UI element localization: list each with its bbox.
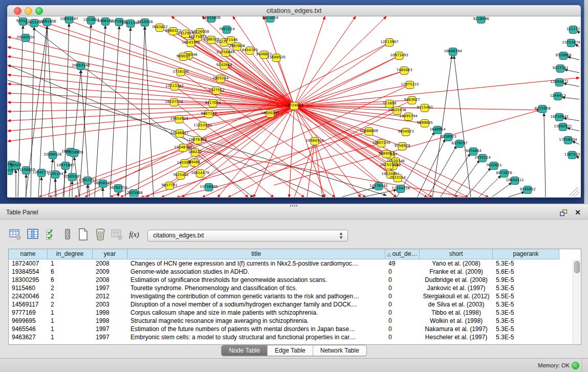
network-canvas[interactable]: 1872400798601238912954182260581627501316… bbox=[8, 16, 580, 197]
graph-edge[interactable] bbox=[294, 42, 389, 106]
graph-edge[interactable] bbox=[294, 16, 386, 106]
tab-node-table[interactable]: Node Table bbox=[222, 345, 268, 356]
graph-edge[interactable] bbox=[315, 141, 335, 197]
graph-node[interactable]: 18107554 bbox=[165, 99, 183, 106]
table-cell[interactable]: 0 bbox=[385, 292, 420, 300]
table-cell[interactable]: 1997 bbox=[93, 325, 127, 333]
node-attribute-table[interactable]: namein_degreeyeartitle△out_de…shortpager… bbox=[8, 249, 581, 345]
graph-edge[interactable] bbox=[289, 106, 294, 197]
graph-node[interactable]: 10973493 bbox=[390, 52, 408, 60]
table-cell[interactable]: 2012 bbox=[93, 292, 127, 300]
table-cell[interactable]: Structural magnetic resonance image aver… bbox=[127, 317, 385, 325]
column-header-short[interactable]: short bbox=[420, 249, 493, 259]
row-options-button[interactable] bbox=[60, 228, 75, 242]
graph-node[interactable]: 15992971 bbox=[554, 123, 572, 131]
table-cell[interactable]: 0 bbox=[385, 317, 420, 325]
graph-node[interactable]: 2522154 bbox=[389, 174, 406, 182]
graph-node[interactable]: 10688609 bbox=[360, 128, 378, 136]
graph-edge[interactable] bbox=[79, 25, 91, 197]
column-header-title[interactable]: title bbox=[127, 249, 385, 259]
table-cell[interactable]: 9777169 bbox=[9, 309, 48, 317]
graph-node[interactable]: 9227341 bbox=[552, 65, 568, 73]
table-cell[interactable]: 49 bbox=[385, 259, 420, 268]
table-cell[interactable]: Disruption of a novel member of a sodium… bbox=[127, 300, 385, 309]
table-settings-button[interactable] bbox=[8, 228, 23, 242]
citation-network-graph[interactable]: 1872400798601238912954182260581627501316… bbox=[8, 16, 580, 197]
graph-node[interactable]: 16914479 bbox=[191, 170, 209, 178]
graph-node[interactable]: 8471676 bbox=[496, 170, 512, 178]
table-cell[interactable]: 0 bbox=[385, 309, 420, 317]
graph-node[interactable]: 1640954 bbox=[429, 126, 446, 134]
graph-node[interactable]: 9699695 bbox=[417, 120, 432, 127]
table-cell[interactable]: 1 bbox=[48, 333, 93, 341]
table-vertical-scrollbar[interactable] bbox=[573, 260, 580, 344]
graph-node[interactable]: 12923468 bbox=[124, 190, 143, 198]
graph-node[interactable]: 6379197 bbox=[451, 140, 467, 148]
graph-node[interactable]: 8454743 bbox=[242, 47, 257, 55]
select-columns-button[interactable] bbox=[44, 228, 58, 242]
graph-node[interactable]: 9654923 bbox=[398, 128, 413, 136]
graph-edge[interactable] bbox=[138, 27, 145, 197]
graph-node[interactable]: 20691406 bbox=[38, 18, 56, 26]
table-cell[interactable]: Genome-wide association studies in ADHD. bbox=[127, 268, 385, 276]
graph-node[interactable]: 10654112 bbox=[506, 177, 524, 185]
graph-edge[interactable] bbox=[294, 16, 356, 106]
graph-node[interactable]: 16210643 bbox=[550, 114, 569, 121]
graph-node[interactable]: 7485063 bbox=[396, 67, 412, 75]
graph-node[interactable]: 9756928 bbox=[394, 143, 410, 150]
graph-node[interactable]: 12093872 bbox=[550, 79, 569, 86]
graph-node[interactable]: 16033809 bbox=[202, 16, 221, 23]
graph-node[interactable]: 17334216 bbox=[391, 185, 410, 193]
graph-node[interactable]: 20206526 bbox=[43, 151, 62, 159]
table-cell[interactable]: Tibbo et al. (1998) bbox=[420, 309, 493, 317]
graph-node[interactable]: 9474444 bbox=[465, 148, 482, 156]
tab-edge-table[interactable]: Edge Table bbox=[268, 345, 313, 356]
float-panel-icon[interactable] bbox=[560, 209, 568, 216]
graph-node[interactable]: 6938923 bbox=[440, 134, 456, 141]
graph-node[interactable]: 15688520 bbox=[267, 54, 286, 62]
graph-edge[interactable] bbox=[110, 26, 119, 197]
table-cell[interactable]: 1 bbox=[48, 317, 93, 325]
column-header-pagerank[interactable]: pagerank bbox=[493, 249, 559, 259]
graph-node[interactable]: 7615526 bbox=[137, 19, 153, 27]
table-cell[interactable]: 5.3E-5 bbox=[493, 284, 559, 292]
column-header-out_de[interactable]: △out_de… bbox=[385, 249, 420, 259]
table-cell[interactable]: 2008 bbox=[93, 259, 127, 268]
graph-node[interactable]: 20103104 bbox=[16, 34, 35, 42]
graph-node[interactable]: 2935114 bbox=[474, 155, 491, 162]
graph-node[interactable]: 16648784 bbox=[444, 48, 462, 56]
column-header-name[interactable]: name bbox=[9, 249, 48, 259]
graph-edge[interactable] bbox=[491, 183, 512, 197]
table-cell[interactable]: 18300295 bbox=[9, 276, 48, 284]
graph-edge[interactable] bbox=[294, 78, 579, 106]
table-cell[interactable]: Tourette syndrome. Phenomenology and cla… bbox=[127, 284, 385, 292]
table-select-dropdown[interactable]: citations_edges.txt ▲▼ bbox=[147, 230, 348, 242]
table-row[interactable]: 1872400712008Changes of HCN gene express… bbox=[9, 259, 573, 268]
table-row[interactable]: 1456911722003Disruption of a novel membe… bbox=[9, 300, 573, 309]
table-cell[interactable]: 2008 bbox=[93, 276, 127, 284]
graph-node[interactable]: 9417004 bbox=[205, 100, 221, 107]
graph-node[interactable]: 9857791 bbox=[161, 182, 177, 190]
graph-edge[interactable] bbox=[544, 113, 546, 197]
table-cell[interactable]: 22420046 bbox=[9, 292, 48, 300]
graph-node[interactable]: 9115460 bbox=[417, 104, 432, 112]
graph-node[interactable]: 2803144 bbox=[212, 75, 229, 83]
tab-network-table[interactable]: Network Table bbox=[313, 345, 366, 356]
table-cell[interactable]: 5.3E-5 bbox=[493, 300, 559, 309]
graph-node[interactable]: 99484 bbox=[189, 159, 201, 167]
table-cell[interactable]: 2 bbox=[48, 284, 93, 292]
table-cell[interactable]: 1997 bbox=[93, 284, 127, 292]
table-cell[interactable]: Investigating the contribution of common… bbox=[127, 292, 385, 300]
table-cell[interactable]: 0 bbox=[385, 333, 420, 341]
graph-node[interactable]: 1167533 bbox=[564, 151, 580, 159]
graph-node[interactable]: 12213383 bbox=[165, 83, 184, 91]
table-cell[interactable]: Estimation of significance thresholds fo… bbox=[127, 276, 385, 284]
table-cell[interactable]: Franke et al. (2009) bbox=[420, 268, 493, 276]
table-row[interactable]: 2242004622012Investigating the contribut… bbox=[9, 292, 573, 300]
table-cell[interactable]: Jankovic et al. (1997) bbox=[420, 284, 493, 292]
graph-node[interactable]: 9218596 bbox=[473, 16, 489, 24]
table-cell[interactable]: Estimation of the future numbers of pati… bbox=[127, 325, 385, 333]
resize-grip[interactable] bbox=[570, 187, 579, 196]
graph-node[interactable]: 2718126 bbox=[172, 69, 189, 76]
table-cell[interactable]: Dudbridge et al. (2008) bbox=[420, 276, 493, 284]
